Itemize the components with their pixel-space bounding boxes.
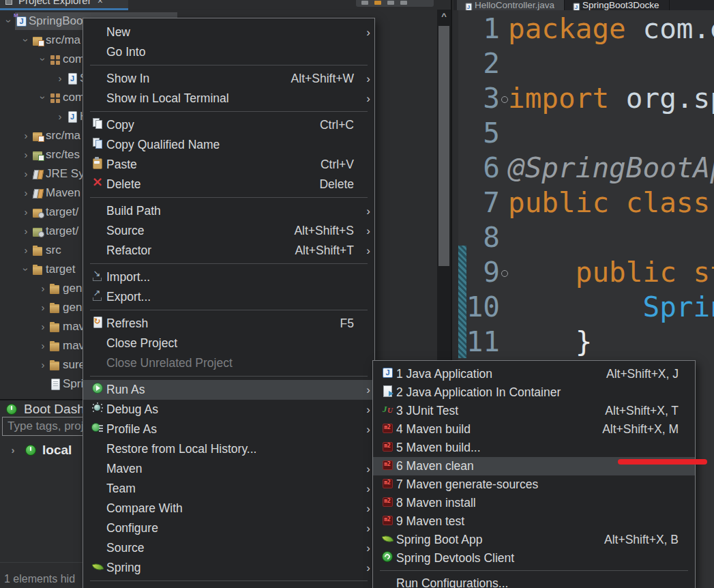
tree-item-label: Maven [46,186,80,200]
menu-item-label: Spring Boot App [396,533,604,547]
chevron-down-icon[interactable]: › [20,263,32,276]
chevron-down-icon[interactable]: › [37,53,49,65]
menu-item-copy-qualified-name[interactable]: Copy Qualified Name [83,135,374,155]
java-app-icon [381,366,393,379]
maven-project-icon [15,15,27,27]
chevron-down-icon[interactable]: › [37,91,49,104]
run-as-item-spring-devtools-client[interactable]: Spring Devtools Client [373,549,695,568]
tab-project-explorer[interactable]: Project Explorer × [0,0,128,10]
chevron-right-icon[interactable]: › [37,302,49,314]
chevron-right-icon[interactable]: › [37,359,49,371]
chevron-right-icon[interactable]: › [20,206,32,218]
run-as-item-run-configurations[interactable]: Run Configurations... [373,574,695,588]
src-folder-icon [32,130,44,142]
minimize-view-icon[interactable] [400,1,407,5]
devtools-icon [381,550,393,563]
menu-item-compare-with[interactable]: Compare With› [83,499,374,518]
chevron-right-icon[interactable]: › [54,111,66,123]
eclipse-window: Project Explorer × ›SpringBoo›src/ma›com… [0,0,714,588]
menu-item-shortcut: Alt+Shift+X, J [606,367,679,381]
chevron-right-icon[interactable]: › [20,168,32,180]
menu-item-export[interactable]: Export... [83,287,374,307]
menu-item-shortcut: Ctrl+V [321,158,354,172]
code-token: package [508,12,626,45]
tree-item-label: com [63,91,85,104]
copy-qualified-icon [91,137,104,149]
chevron-right-icon[interactable]: › [37,340,49,352]
chevron-right-icon[interactable]: › [20,130,32,142]
chevron-right-icon[interactable]: › [20,244,32,256]
context-menu: New›Go IntoShow InAlt+Shift+W›Show in Lo… [83,18,375,588]
menu-item-maven[interactable]: Maven› [83,459,374,479]
menu-item-properties[interactable]: PropertiesAlt+Enter [83,585,374,588]
chevron-right-icon[interactable]: › [37,321,49,333]
project-explorer-tabbar: Project Explorer × [0,0,451,10]
menu-item-close-project[interactable]: Close Project [83,334,374,353]
run-as-item-9-maven-test[interactable]: 9 Maven test [373,512,695,531]
run-as-item-spring-boot-app[interactable]: Spring Boot AppAlt+Shift+X, B [373,531,695,549]
menu-item-label: Team [106,482,354,496]
link-with-editor-icon[interactable] [374,1,381,5]
line-number: 3 [453,81,500,116]
scrollbar-thumb[interactable] [438,26,449,266]
code-token: public class [508,186,714,219]
chevron-right-icon[interactable]: › [20,149,32,161]
menu-item-show-in-local-terminal[interactable]: Show in Local Terminal› [83,89,374,108]
menu-item-refresh[interactable]: RefreshF5 [83,314,374,334]
menu-item-profile-as[interactable]: Profile As› [83,420,374,439]
run-as-item-2-java-application-in-container[interactable]: 2 Java Application In Container [373,383,695,402]
submenu-arrow-icon: › [361,502,370,516]
menu-item-configure[interactable]: Configure› [83,518,374,538]
menu-item-show-in[interactable]: Show InAlt+Shift+W› [83,69,374,89]
tree-item-label: mav [63,339,85,353]
src-test-folder-icon [32,149,44,161]
chevron-right-icon[interactable]: › [20,187,32,199]
menu-item-run-as[interactable]: Run As› [83,380,374,400]
menu-item-label: 8 Maven install [396,496,679,510]
run-as-item-5-maven-build[interactable]: 5 Maven build... [373,439,695,457]
menu-item-new[interactable]: New› [83,23,374,42]
run-icon [91,382,104,394]
code-line-10: 10 Sprin [453,290,714,325]
run-as-item-4-maven-build[interactable]: 4 Maven buildAlt+Shift+X, M [373,420,695,439]
code-area[interactable]: 1package com.e23import org.sp56@SpringBo… [453,10,714,359]
menu-separator [83,108,374,115]
code-text: Sprin [508,290,714,325]
chevron-right-icon[interactable]: › [37,282,49,295]
view-menu-icon[interactable] [387,1,394,5]
menu-item-team[interactable]: Team› [83,479,374,499]
menu-item-source[interactable]: Source› [83,538,374,558]
menu-item-debug-as[interactable]: Debug As› [83,400,374,420]
menu-item-label: Copy Qualified Name [106,138,354,152]
menu-item-close-unrelated-project[interactable]: Close Unrelated Project [83,353,374,373]
run-as-item-3-junit-test[interactable]: 3 JUnit TestAlt+Shift+X, T [373,402,695,420]
menu-item-delete[interactable]: DeleteDelete [83,175,374,194]
menu-item-refactor[interactable]: RefactorAlt+Shift+T› [83,241,374,261]
folder-icon [49,321,61,333]
chevron-down-icon[interactable]: › [20,34,32,46]
chevron-right-icon[interactable]: › [20,225,32,237]
run-as-item-1-java-application[interactable]: 1 Java ApplicationAlt+Shift+X, J [373,365,695,383]
menu-item-import[interactable]: Import... [83,267,374,287]
menu-item-paste[interactable]: PasteCtrl+V [83,155,374,175]
chevron-right-icon[interactable]: › [54,72,66,85]
run-as-item-7-maven-generate-sources[interactable]: 7 Maven generate-sources [373,475,695,494]
close-icon[interactable]: × [98,0,103,6]
menu-item-source[interactable]: SourceAlt+Shift+S› [83,221,374,241]
line-number: 9 [453,255,500,290]
collapse-all-icon[interactable] [361,1,368,5]
menu-item-restore-from-local-history[interactable]: Restore from Local History... [83,439,374,459]
code-token: public st [576,256,714,289]
menu-item-copy[interactable]: CopyCtrl+C [83,115,374,135]
menu-item-go-into[interactable]: Go Into [83,42,374,62]
menu-item-label: Spring Devtools Client [396,551,679,565]
chevron-right-icon[interactable]: › [7,444,19,456]
scrollbar-up-arrow-icon[interactable]: ^ [437,10,451,22]
project-explorer-scrollbar[interactable]: ^ [437,10,451,360]
menu-item-build-path[interactable]: Build Path› [83,201,374,221]
run-as-item-8-maven-install[interactable]: 8 Maven install [373,494,695,512]
menu-item-shortcut: Delete [319,177,354,192]
power-icon [25,444,37,456]
menu-item-spring[interactable]: Spring› [83,558,374,578]
status-divider [0,562,83,563]
